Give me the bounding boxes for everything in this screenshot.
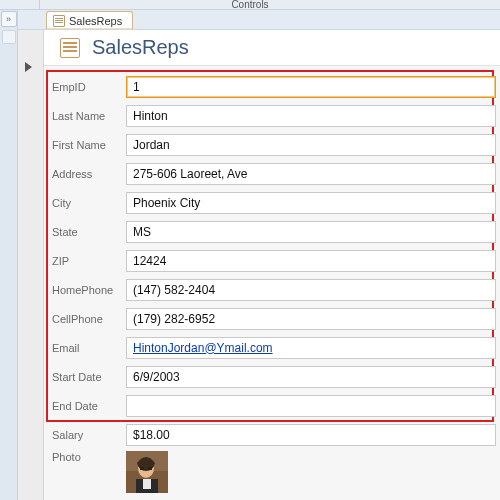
label-lastname: Last Name [50, 110, 126, 122]
svg-rect-5 [140, 467, 144, 470]
label-startdate: Start Date [50, 371, 126, 383]
label-empid: EmpID [50, 81, 126, 93]
label-photo: Photo [50, 451, 126, 463]
document-tabstrip: SalesReps [18, 10, 500, 30]
row-email: Email HintonJordan@Ymail.com [50, 333, 496, 362]
row-homephone: HomePhone (147) 582-2404 [50, 275, 496, 304]
row-lastname: Last Name Hinton [50, 101, 496, 130]
row-photo: Photo [50, 449, 496, 495]
avatar-icon [126, 451, 168, 493]
ribbon-bar: Controls [0, 0, 500, 10]
row-empid: EmpID 1 [50, 72, 496, 101]
svg-rect-4 [143, 479, 151, 489]
label-homephone: HomePhone [50, 284, 126, 296]
row-firstname: First Name Jordan [50, 130, 496, 159]
label-salary: Salary [50, 429, 126, 441]
row-startdate: Start Date 6/9/2003 [50, 362, 496, 391]
photo-thumbnail[interactable] [126, 451, 168, 493]
row-zip: ZIP 12424 [50, 246, 496, 275]
label-zip: ZIP [50, 255, 126, 267]
row-address: Address 275-606 Laoreet, Ave [50, 159, 496, 188]
input-cellphone[interactable]: (179) 282-6952 [126, 308, 496, 330]
input-lastname[interactable]: Hinton [126, 105, 496, 127]
current-record-icon [25, 62, 32, 72]
input-city[interactable]: Phoenix City [126, 192, 496, 214]
row-state: State MS [50, 217, 496, 246]
input-email[interactable]: HintonJordan@Ymail.com [126, 337, 496, 359]
label-email: Email [50, 342, 126, 354]
form-body: SalesReps EmpID 1 Last Name Hinton First… [44, 30, 500, 500]
ribbon-group-title: Controls [231, 0, 268, 10]
svg-rect-6 [148, 467, 152, 470]
label-cellphone: CellPhone [50, 313, 126, 325]
label-enddate: End Date [50, 400, 126, 412]
input-empid[interactable]: 1 [126, 76, 496, 98]
row-city: City Phoenix City [50, 188, 496, 217]
input-salary[interactable]: $18.00 [126, 424, 496, 446]
input-firstname[interactable]: Jordan [126, 134, 496, 156]
input-homephone[interactable]: (147) 582-2404 [126, 279, 496, 301]
row-cellphone: CellPhone (179) 282-6952 [50, 304, 496, 333]
input-zip[interactable]: 12424 [126, 250, 496, 272]
ribbon-left-block [0, 0, 40, 10]
field-grid: EmpID 1 Last Name Hinton First Name Jord… [50, 72, 496, 495]
form-header: SalesReps [44, 30, 500, 66]
nav-expand-button[interactable]: » [1, 11, 17, 27]
label-state: State [50, 226, 126, 238]
form-icon [53, 15, 65, 27]
input-state[interactable]: MS [126, 221, 496, 243]
email-link[interactable]: HintonJordan@Ymail.com [133, 341, 273, 355]
nav-pane-collapsed[interactable]: » [0, 10, 18, 500]
row-enddate: End Date [50, 391, 496, 420]
tab-salesreps[interactable]: SalesReps [46, 11, 133, 29]
form-icon [60, 38, 80, 58]
input-enddate[interactable] [126, 395, 496, 417]
label-address: Address [50, 168, 126, 180]
document-area: SalesReps SalesReps EmpID 1 Last Name Hi… [18, 10, 500, 500]
nav-search-button[interactable] [2, 30, 16, 44]
label-firstname: First Name [50, 139, 126, 151]
label-city: City [50, 197, 126, 209]
input-address[interactable]: 275-606 Laoreet, Ave [126, 163, 496, 185]
tab-label: SalesReps [69, 15, 122, 27]
input-startdate[interactable]: 6/9/2003 [126, 366, 496, 388]
row-salary: Salary $18.00 [50, 420, 496, 449]
record-selector-gutter[interactable] [18, 30, 44, 500]
form-title: SalesReps [92, 36, 189, 59]
